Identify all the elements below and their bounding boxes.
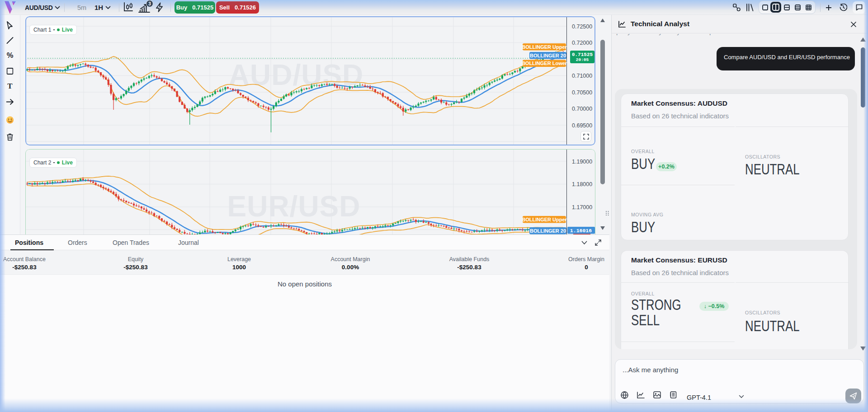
svg-text:0.71525: 0.71525 — [572, 52, 593, 57]
svg-text:1.17000: 1.17000 — [572, 204, 592, 211]
svg-text:BOLLINGER Upper: BOLLINGER Upper — [522, 44, 567, 50]
svg-text:1.16016: 1.16016 — [570, 228, 592, 234]
svg-text:0.72500: 0.72500 — [572, 23, 592, 30]
svg-text:0.70500: 0.70500 — [572, 89, 592, 96]
svg-text:BOLLINGER 20: BOLLINGER 20 — [530, 53, 566, 58]
svg-text:BOLLINGER 20: BOLLINGER 20 — [530, 228, 566, 234]
svg-text:BOLLINGER Upper: BOLLINGER Upper — [522, 217, 567, 222]
svg-text:0.69500: 0.69500 — [572, 122, 592, 129]
svg-text:1.19000: 1.19000 — [572, 159, 592, 165]
svg-text:20:05: 20:05 — [576, 57, 589, 62]
svg-text:0.70000: 0.70000 — [572, 106, 592, 112]
svg-text:EUR/USD: EUR/USD — [227, 190, 360, 223]
svg-text:0.71000: 0.71000 — [572, 73, 592, 79]
svg-text:0.72000: 0.72000 — [572, 40, 592, 46]
svg-text:1.18000: 1.18000 — [572, 181, 592, 187]
svg-text:BOLLINGER Lower: BOLLINGER Lower — [522, 61, 567, 66]
